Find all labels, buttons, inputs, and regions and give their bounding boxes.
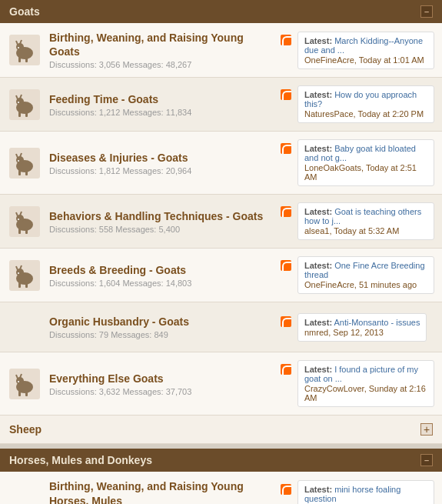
forum-latest-organic: Latest: Anti-Monsanto - issues nmred, Se… xyxy=(281,313,434,342)
forum-title-breeds[interactable]: Breeds & Breeding - Goats xyxy=(49,264,186,276)
forum-icon-diseases xyxy=(8,146,42,180)
latest-box-breeds: Latest: One Fine Acre Breeding thread On… xyxy=(297,256,434,294)
svg-rect-27 xyxy=(18,229,21,234)
forum-info-organic: Organic Husbandry - Goats Discussions: 7… xyxy=(49,315,273,339)
forum-row-behaviors-goats: Behaviors & Handling Techniques - Goats … xyxy=(0,195,442,249)
latest-box-birthing-horses: Latest: mini horse foaling question viol… xyxy=(297,480,434,504)
latest-user-diseases: LoneOakGoats, Today at 2:51 AM xyxy=(304,163,427,182)
svg-point-15 xyxy=(18,102,19,103)
forum-row-diseases-goats: Diseases & Injuries - Goats Discussions:… xyxy=(0,132,442,195)
forum-info-behaviors: Behaviors & Handling Techniques - Goats … xyxy=(49,209,273,234)
forum-row-feeding-goats: Feeding Time - Goats Discussions: 1,212 … xyxy=(0,78,442,132)
forum-stats-everything: Discussions: 3,632 Messages: 37,703 xyxy=(49,387,273,396)
forum-title-birthing[interactable]: Birthing, Weaning, and Raising Young Goa… xyxy=(49,32,244,58)
forum-latest-breeds: Latest: One Fine Acre Breeding thread On… xyxy=(281,256,434,294)
svg-rect-3 xyxy=(18,57,21,62)
forum-latest-everything: Latest: I found a picture of my goat on … xyxy=(281,360,434,407)
rss-icon-birthing-horses[interactable] xyxy=(281,484,291,495)
forum-title-birthing-horses[interactable]: Birthing, Weaning, and Raising Young Hor… xyxy=(49,480,244,504)
forum-title-everything[interactable]: Everything Else Goats xyxy=(49,372,164,385)
rss-icon-feeding[interactable] xyxy=(281,89,291,100)
forum-title-diseases[interactable]: Diseases & Injuries - Goats xyxy=(49,152,188,164)
horses-section-title: Horses, Mules and Donkeys xyxy=(9,454,152,466)
latest-box-organic: Latest: Anti-Monsanto - issues nmred, Se… xyxy=(297,313,427,342)
forum-title-behaviors[interactable]: Behaviors & Handling Techniques - Goats xyxy=(49,210,263,222)
latest-title-organic[interactable]: Anti-Monsanto - issues xyxy=(334,318,420,327)
forum-icon-birthing xyxy=(8,33,42,67)
sheep-row: Sheep + xyxy=(0,416,442,444)
forum-icon-everything xyxy=(8,367,42,401)
rss-icon-diseases[interactable] xyxy=(281,143,291,154)
forum-info-diseases: Diseases & Injuries - Goats Discussions:… xyxy=(49,151,273,175)
goats-section: Goats – xyxy=(0,0,442,416)
sheep-expand-icon[interactable]: + xyxy=(420,423,433,436)
latest-user-birthing: OneFineAcre, Today at 1:01 AM xyxy=(304,55,427,65)
forum-row-birthing-goats: Birthing, Weaning, and Raising Young Goa… xyxy=(0,23,442,78)
rss-icon-behaviors[interactable] xyxy=(281,206,291,217)
horses-section-header: Horses, Mules and Donkeys – xyxy=(0,449,442,472)
forum-latest-diseases: Latest: Baby goat kid bloated and not g.… xyxy=(281,139,434,186)
forum-latest-feeding: Latest: How do you approach this? Nature… xyxy=(281,85,434,123)
latest-user-behaviors: alsea1, Today at 5:32 AM xyxy=(304,226,427,235)
svg-rect-12 xyxy=(25,112,28,117)
forum-stats-behaviors: Discussions: 558 Messages: 5,400 xyxy=(49,225,273,234)
latest-user-everything: CrazyCowLover, Sunday at 2:16 AM xyxy=(304,384,427,402)
forum-latest-behaviors: Latest: Goat is teaching others how to j… xyxy=(281,202,434,240)
forum-row-breeds-goats: Breeds & Breeding - Goats Discussions: 1… xyxy=(0,249,442,302)
forum-stats-feeding: Discussions: 1,212 Messages: 11,834 xyxy=(49,108,273,117)
latest-user-organic: nmred, Sep 12, 2013 xyxy=(304,328,420,337)
horses-section: Horses, Mules and Donkeys – Birthing, We… xyxy=(0,449,442,504)
goats-section-header: Goats – xyxy=(0,0,442,23)
svg-rect-43 xyxy=(18,391,21,396)
forum-stats-diseases: Discussions: 1,812 Messages: 20,964 xyxy=(49,166,273,175)
svg-point-47 xyxy=(18,381,19,382)
forum-info-birthing: Birthing, Weaning, and Raising Young Goa… xyxy=(49,31,273,69)
latest-box-diseases: Latest: Baby goat kid bloated and not g.… xyxy=(297,139,434,186)
latest-box-feeding: Latest: How do you approach this? Nature… xyxy=(297,85,434,123)
forum-info-breeds: Breeds & Breeding - Goats Discussions: 1… xyxy=(49,263,273,288)
forum-latest-birthing: Latest: March Kidding--Anyone due and ..… xyxy=(281,32,434,69)
forum-info-feeding: Feeding Time - Goats Discussions: 1,212 … xyxy=(49,92,273,117)
forum-row-everything-goats: Everything Else Goats Discussions: 3,632… xyxy=(0,352,442,416)
svg-rect-36 xyxy=(25,282,28,288)
latest-box-behaviors: Latest: Goat is teaching others how to j… xyxy=(297,202,434,240)
svg-rect-19 xyxy=(18,170,21,175)
goats-section-title: Goats xyxy=(9,5,40,18)
forum-stats-birthing: Discussions: 3,056 Messages: 48,267 xyxy=(49,60,273,69)
latest-box-birthing: Latest: March Kidding--Anyone due and ..… xyxy=(297,32,434,69)
rss-icon-breeds[interactable] xyxy=(281,260,291,271)
rss-icon-organic[interactable] xyxy=(281,316,291,327)
rss-icon-everything[interactable] xyxy=(281,364,291,375)
latest-box-everything: Latest: I found a picture of my goat on … xyxy=(297,360,434,407)
forum-icon-feeding xyxy=(8,88,42,122)
goats-collapse-icon[interactable]: – xyxy=(420,5,433,18)
svg-point-7 xyxy=(18,47,19,48)
forum-icon-breeds xyxy=(8,259,42,292)
forum-title-organic[interactable]: Organic Husbandry - Goats xyxy=(49,315,189,328)
svg-rect-11 xyxy=(18,112,21,117)
horses-forum-list: Birthing, Weaning, and Raising Young Hor… xyxy=(0,472,442,504)
goats-forum-list: Birthing, Weaning, and Raising Young Goa… xyxy=(0,23,442,416)
forum-title-feeding[interactable]: Feeding Time - Goats xyxy=(49,93,158,105)
rss-icon[interactable] xyxy=(281,35,291,45)
svg-point-31 xyxy=(18,219,19,220)
forum-icon-behaviors xyxy=(8,205,42,239)
latest-user-feeding: NaturesPace, Today at 2:20 PM xyxy=(304,109,427,118)
svg-rect-28 xyxy=(25,229,28,234)
sheep-label[interactable]: Sheep xyxy=(9,423,42,436)
page-wrapper: Goats – xyxy=(0,0,442,504)
forum-info-everything: Everything Else Goats Discussions: 3,632… xyxy=(49,372,273,396)
svg-point-23 xyxy=(18,160,19,162)
forum-info-birthing-horses: Birthing, Weaning, and Raising Young Hor… xyxy=(49,479,273,504)
svg-rect-4 xyxy=(25,57,28,62)
svg-rect-20 xyxy=(25,170,28,175)
svg-rect-35 xyxy=(18,282,21,288)
svg-rect-44 xyxy=(25,391,28,396)
forum-row-birthing-horses: Birthing, Weaning, and Raising Young Hor… xyxy=(0,472,442,504)
horses-collapse-icon[interactable]: – xyxy=(420,454,433,466)
forum-row-organic-goats: Organic Husbandry - Goats Discussions: 7… xyxy=(0,302,442,352)
forum-stats-breeds: Discussions: 1,604 Messages: 14,803 xyxy=(49,279,273,288)
forum-stats-organic: Discussions: 79 Messages: 849 xyxy=(49,330,273,339)
forum-latest-birthing-horses: Latest: mini horse foaling question viol… xyxy=(281,480,434,504)
latest-user-breeds: OneFineAcre, 51 minutes ago xyxy=(304,280,427,289)
